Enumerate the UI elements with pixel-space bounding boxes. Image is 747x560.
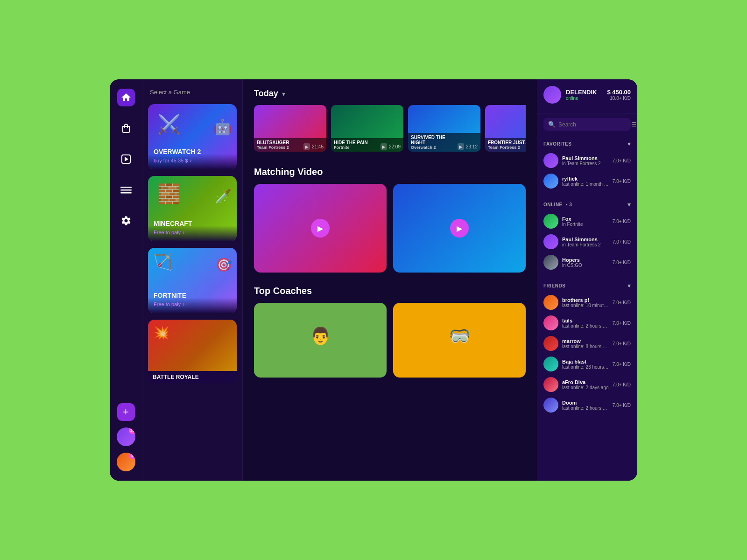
coach-card-2[interactable]: 🥽 — [393, 303, 526, 378]
friend-game-1: last online: 2 hours ago — [562, 323, 609, 329]
game-sprite-minecraft: 🧱 — [157, 183, 181, 205]
sidebar-avatar-2[interactable]: 5 — [117, 453, 135, 471]
game-list-panel: Select a Game ⚔️ 🤖 OVERWATCH 2 buy for 4… — [142, 79, 243, 481]
add-button[interactable]: + — [117, 403, 135, 421]
friend-kd-0: 7.0+ K/D — [613, 300, 631, 305]
game-title-battle: BATTLE ROYALE — [153, 374, 232, 380]
sidebar-item-home[interactable] — [117, 89, 135, 106]
game-title-overwatch2: OVERWATCH 2 — [154, 148, 231, 155]
favorite-game-1: last online: 1 month ago — [562, 182, 609, 187]
friend-kd-2: 7.0+ K/D — [613, 341, 631, 346]
friend-avatar-1 — [543, 315, 558, 330]
sidebar-avatar-1[interactable]: 15 — [117, 427, 135, 446]
friend-info-2: marrow last online: 8 hours ago — [562, 338, 609, 349]
right-header: DELENDIK online $ 450.00 10.0+ K/D — [537, 79, 637, 113]
sidebar-item-play[interactable] — [117, 150, 135, 168]
today-video-4[interactable]: FRONTIER JUST. Team Fortress 2 — [485, 105, 526, 152]
today-chevron-icon: ▾ — [282, 90, 285, 98]
sidebar-item-settings[interactable] — [117, 212, 135, 230]
friend-item-3[interactable]: Baja blast last online: 23 hours ago 7.0… — [543, 354, 631, 374]
sidebar: + 15 5 — [110, 79, 142, 481]
today-video-1[interactable]: BLUTSAUGER Team Fortress 2 ▶ 21:45 — [254, 105, 326, 152]
friends-group: FRIENDS ▾ brothers p! last online: 10 mi… — [543, 277, 631, 415]
online-item-1[interactable]: Paul Simmons in Team Fortress 2 7.0+ K/D — [543, 231, 631, 252]
friend-item-5[interactable]: Doom last online: 2 hours ago 7.0+ K/D — [543, 395, 631, 415]
main-content: Today ▾ BLUTSAUGER Team Fortress 2 ▶ 21:… — [243, 79, 537, 481]
coach-card-1[interactable]: 👨 — [254, 303, 387, 378]
online-header[interactable]: ONLINE • 3 ▾ — [543, 196, 631, 211]
today-video-2[interactable]: HIDE THE PAIN Fortnite ▶ 22:09 — [331, 105, 403, 152]
user-kd: 10.0+ K/D — [607, 96, 631, 101]
friend-kd-3: 7.0+ K/D — [613, 362, 631, 367]
time-icon-3: ▶ — [458, 143, 464, 150]
online-count: • 3 — [566, 202, 572, 207]
favorites-group: FAVORITES ▾ Paul Simmons in Team Fortres… — [543, 135, 631, 191]
friend-name-2: marrow — [562, 338, 609, 344]
search-input[interactable] — [558, 121, 628, 128]
online-info-0: Fox in Fortnite — [562, 216, 609, 227]
online-kd-0: 7.0+ K/D — [613, 219, 631, 224]
arrow-overwatch2: › — [190, 157, 191, 164]
right-panel: DELENDIK online $ 450.00 10.0+ K/D 🔍 ☰ F… — [537, 79, 637, 481]
time-icon-1: ▶ — [303, 143, 310, 150]
friend-name-3: Baja blast — [562, 359, 609, 364]
today-video-3-title: SURVIVED THE NIGHT — [411, 135, 458, 145]
sidebar-item-shop[interactable] — [117, 119, 135, 137]
play-button-2[interactable]: ▶ — [450, 219, 469, 238]
game-card-overwatch2[interactable]: ⚔️ 🤖 OVERWATCH 2 buy for 45.35 $ › — [148, 104, 237, 169]
friends-header[interactable]: FRIENDS ▾ — [543, 277, 631, 292]
friend-kd-4: 7.0+ K/D — [613, 382, 631, 387]
play-button-1[interactable]: ▶ — [311, 219, 330, 238]
friend-info-3: Baja blast last online: 23 hours ago — [562, 359, 609, 370]
game-card-battle[interactable]: 💥 BATTLE ROYALE — [148, 320, 237, 383]
app-container: + 15 5 Select a Game ⚔️ 🤖 OVERWATCH 2 bu… — [110, 79, 637, 481]
favorite-avatar-0 — [543, 153, 558, 168]
online-item-2[interactable]: Hopers in CS:GO 7.0+ K/D — [543, 252, 631, 273]
online-item-0[interactable]: Fox in Fortnite 7.0+ K/D — [543, 211, 631, 231]
friend-item-2[interactable]: marrow last online: 8 hours ago 7.0+ K/D — [543, 333, 631, 354]
today-video-3-info: SURVIVED THE NIGHT Overwatch 2 ▶ 23:12 — [408, 133, 480, 152]
friends-chevron-icon: ▾ — [627, 282, 631, 289]
favorite-name-0: Paul Simmons — [562, 155, 609, 161]
match-video-1[interactable]: ▶ — [254, 184, 387, 273]
sidebar-item-menu[interactable] — [117, 181, 135, 199]
game-card-minecraft[interactable]: 🧱 🗡️ MINECRAFT Free to paly › — [148, 176, 237, 241]
coaches-row: 👨 🥽 — [254, 303, 526, 378]
today-video-2-title: HIDE THE PAIN — [334, 140, 368, 145]
friend-avatar-5 — [543, 398, 558, 413]
friend-game-5: last online: 2 hours ago — [562, 406, 609, 411]
online-game-2: in CS:GO — [562, 263, 609, 268]
user-name: DELENDIK — [566, 89, 602, 96]
game-title-fortnite: FORTNITE — [154, 292, 231, 299]
notification-badge-2: 5 — [129, 453, 135, 459]
filter-icon[interactable]: ☰ — [631, 121, 637, 128]
online-avatar-1 — [543, 234, 558, 249]
favorites-header[interactable]: FAVORITES ▾ — [543, 135, 631, 150]
today-video-3-game: Overwatch 2 — [411, 145, 458, 150]
user-info: DELENDIK online $ 450.00 10.0+ K/D — [543, 86, 631, 104]
friend-item-1[interactable]: tails last online: 2 hours ago 7.0+ K/D — [543, 313, 631, 333]
panel-title: Select a Game — [148, 89, 237, 96]
search-box[interactable]: 🔍 ☰ — [543, 118, 631, 131]
favorite-item-1[interactable]: ryffick last online: 1 month ago 7.0+ K/… — [543, 171, 631, 191]
game-sub-minecraft: Free to paly › — [154, 229, 231, 236]
friend-item-4[interactable]: aFro Diva last online: 2 days ago 7.0+ K… — [543, 374, 631, 395]
notification-badge-1: 15 — [129, 427, 135, 434]
friend-info-0: brothers p! last online: 10 minutes ago — [562, 297, 609, 308]
today-video-3[interactable]: SURVIVED THE NIGHT Overwatch 2 ▶ 23:12 — [408, 105, 480, 152]
game-sprite-fortnite2: 🎯 — [216, 257, 232, 273]
friend-kd-5: 7.0+ K/D — [613, 403, 631, 408]
today-header[interactable]: Today ▾ — [254, 89, 526, 98]
favorite-kd-0: 7.0+ K/D — [613, 158, 631, 163]
today-scroll: BLUTSAUGER Team Fortress 2 ▶ 21:45 HIDE … — [254, 105, 526, 154]
today-video-1-info: BLUTSAUGER Team Fortress 2 ▶ 21:45 — [254, 138, 326, 152]
friend-avatar-0 — [543, 295, 558, 310]
favorite-item-0[interactable]: Paul Simmons in Team Fortress 2 7.0+ K/D — [543, 150, 631, 171]
today-video-4-info: FRONTIER JUST. Team Fortress 2 — [485, 138, 526, 152]
match-video-2[interactable]: ▶ — [393, 184, 526, 273]
friend-avatar-3 — [543, 357, 558, 371]
friend-item-0[interactable]: brothers p! last online: 10 minutes ago … — [543, 292, 631, 313]
coach-emoji-2: 🥽 — [393, 303, 526, 350]
game-card-fortnite[interactable]: 🏹 🎯 FORTNITE Free to paly › — [148, 248, 237, 313]
today-video-4-title: FRONTIER JUST. — [488, 140, 526, 145]
